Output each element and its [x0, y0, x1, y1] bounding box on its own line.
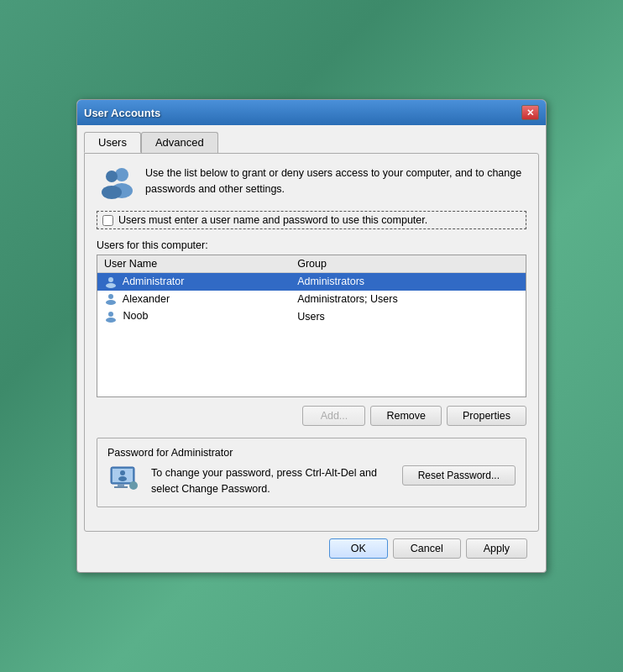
- tab-advanced[interactable]: Advanced: [141, 132, 218, 153]
- remove-button[interactable]: Remove: [370, 406, 442, 426]
- cancel-button[interactable]: Cancel: [393, 538, 461, 559]
- password-inner: To change your password, press Ctrl-Alt-…: [107, 465, 516, 498]
- tab-users[interactable]: Users: [84, 132, 141, 153]
- user-icon-large: [97, 165, 137, 199]
- svg-point-4: [108, 277, 113, 282]
- window-content: Users Advanced Use the list below to gra…: [77, 125, 546, 572]
- svg-point-16: [118, 476, 127, 481]
- user-action-buttons: Add... Remove Properties: [97, 406, 526, 426]
- table-row[interactable]: Alexander Administrators; Users: [97, 291, 526, 308]
- svg-point-9: [106, 318, 116, 323]
- group-cell: Users: [291, 307, 526, 325]
- description-text: Use the list below to grant or deny user…: [145, 165, 526, 197]
- apply-button[interactable]: Apply: [466, 538, 527, 559]
- group-cell: Administrators: [291, 273, 526, 291]
- svg-point-5: [106, 283, 116, 288]
- col-username: User Name: [97, 255, 291, 273]
- title-bar: User Accounts ✕: [77, 100, 546, 125]
- window-title: User Accounts: [84, 107, 160, 119]
- password-section: Password for Administrator: [97, 438, 526, 507]
- close-button[interactable]: ✕: [521, 105, 539, 120]
- col-group: Group: [291, 255, 526, 273]
- add-button[interactable]: Add...: [302, 406, 365, 426]
- username-cell: Administrator: [97, 273, 291, 291]
- ok-button[interactable]: OK: [329, 538, 388, 559]
- svg-point-12: [129, 481, 138, 490]
- computer-icon: [107, 465, 143, 498]
- properties-button[interactable]: Properties: [447, 406, 526, 426]
- reset-password-button[interactable]: Reset Password...: [402, 465, 516, 486]
- group-cell: Administrators; Users: [291, 291, 526, 308]
- table-row[interactable]: Administrator Administrators: [97, 273, 526, 291]
- users-table: User Name Group Administrator: [97, 255, 526, 325]
- svg-rect-14: [114, 486, 128, 488]
- title-bar-controls: ✕: [521, 105, 539, 120]
- checkbox-row[interactable]: Users must enter a user name and passwor…: [97, 211, 526, 229]
- svg-point-2: [106, 171, 118, 182]
- tab-content-users: Use the list below to grant or deny user…: [84, 153, 539, 532]
- svg-rect-13: [118, 484, 124, 486]
- reset-password-col: Reset Password...: [402, 465, 516, 486]
- users-table-container[interactable]: User Name Group Administrator: [97, 255, 526, 397]
- users-section-label: Users for this computer:: [97, 239, 526, 251]
- tab-bar: Users Advanced: [84, 132, 539, 153]
- table-header-row: User Name Group: [97, 255, 526, 273]
- checkbox-label[interactable]: Users must enter a user name and passwor…: [118, 214, 427, 226]
- user-row-icon: [104, 293, 118, 305]
- svg-point-8: [108, 312, 113, 317]
- user-row-icon: [104, 311, 118, 323]
- dialog-buttons: OK Cancel Apply: [84, 532, 539, 565]
- username-cell: Noob: [97, 307, 291, 325]
- table-row[interactable]: Noob Users: [97, 307, 526, 325]
- users-checkbox[interactable]: [102, 215, 113, 226]
- user-row-icon: [104, 276, 118, 288]
- username-cell: Alexander: [97, 291, 291, 308]
- svg-point-7: [106, 300, 116, 305]
- password-text: To change your password, press Ctrl-Alt-…: [151, 465, 394, 497]
- svg-point-3: [102, 186, 122, 199]
- svg-point-15: [120, 470, 125, 475]
- description-row: Use the list below to grant or deny user…: [97, 165, 526, 199]
- password-section-title: Password for Administrator: [107, 447, 516, 459]
- svg-point-6: [108, 294, 113, 299]
- user-accounts-window: User Accounts ✕ Users Advanced: [76, 99, 547, 573]
